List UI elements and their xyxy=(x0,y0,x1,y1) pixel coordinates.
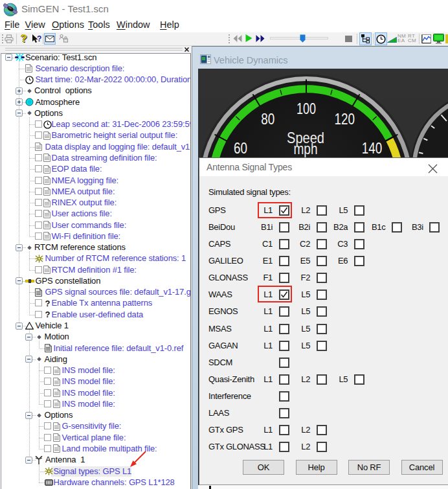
svg-text:mph: mph xyxy=(294,140,318,157)
svg-text:100: 100 xyxy=(297,100,316,117)
svg-text:120: 120 xyxy=(335,111,355,128)
svg-text:?: ? xyxy=(37,34,41,43)
svg-text:80: 80 xyxy=(261,111,274,128)
svg-text:60: 60 xyxy=(234,140,247,157)
svg-text:140: 140 xyxy=(362,140,383,157)
